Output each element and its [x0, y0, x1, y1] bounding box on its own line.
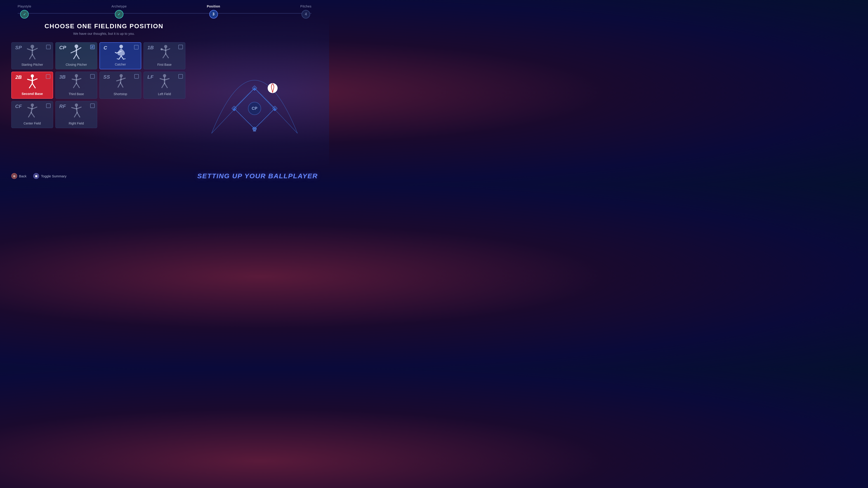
position-name-ss: Shortstop — [114, 92, 127, 96]
svg-line-16 — [123, 59, 125, 59]
pos-code-cf: CF — [15, 103, 22, 109]
position-card-rf[interactable]: RF Right Field — [55, 101, 97, 128]
position-name-lf: Left Field — [158, 92, 171, 96]
svg-line-47 — [164, 78, 169, 80]
position-card-cf[interactable]: CF Center Field — [11, 101, 53, 128]
checkbox-3b — [90, 74, 95, 78]
pos-code-lf: LF — [147, 74, 153, 80]
position-card-2b[interactable]: 2B Second Base — [11, 72, 53, 99]
svg-line-2 — [27, 49, 32, 51]
svg-line-37 — [76, 83, 79, 88]
pos-code-3b: 3B — [59, 74, 66, 80]
position-card-lf[interactable]: LF Left Field — [144, 72, 185, 99]
position-name-3b: Third Base — [69, 92, 84, 96]
position-name-1b: First Base — [157, 63, 172, 66]
svg-line-31 — [32, 84, 35, 88]
position-name-rf: Right Field — [69, 122, 84, 125]
svg-line-57 — [76, 107, 77, 112]
icon-1b — [156, 44, 174, 60]
svg-line-36 — [73, 83, 76, 88]
position-card-sp[interactable]: SP Starting Pitcher — [11, 42, 53, 69]
back-icon: ◎ — [11, 173, 17, 179]
svg-marker-73 — [234, 88, 275, 129]
svg-line-58 — [72, 107, 76, 109]
field-diagram: CP — [191, 23, 318, 149]
svg-line-61 — [77, 112, 80, 117]
svg-line-49 — [164, 83, 167, 88]
svg-line-34 — [72, 79, 76, 80]
svg-line-9 — [76, 48, 81, 51]
step-position-label: Position — [207, 4, 220, 8]
icon-sp — [23, 44, 41, 60]
checkbox-ss — [134, 74, 139, 78]
icon-cf — [23, 103, 41, 119]
checkbox-rf — [90, 103, 95, 108]
pos-code-ss: SS — [103, 74, 110, 80]
position-card-3b[interactable]: 3B Third Base — [55, 72, 97, 99]
step-position-circle: 3 — [209, 10, 218, 19]
svg-line-11 — [76, 54, 79, 59]
svg-line-35 — [76, 78, 81, 80]
svg-line-5 — [32, 55, 35, 59]
svg-line-3 — [32, 48, 37, 51]
toggle-summary-button[interactable]: ▦ Toggle Summary — [33, 173, 66, 179]
svg-line-41 — [121, 78, 125, 79]
bottom-bar: ◎ Back ▦ Toggle Summary SETTING UP YOUR … — [0, 172, 329, 180]
step-archetype-circle: ✓ — [115, 10, 123, 19]
icon-lf — [156, 74, 174, 90]
position-grid: SP Starting Pitcher ✓ CP Closing Pitcher — [11, 42, 197, 128]
main-content: CHOOSE ONE FIELDING POSITION We have our… — [11, 23, 197, 128]
pos-code-rf: RF — [59, 103, 66, 109]
icon-rf — [67, 103, 86, 119]
step-archetype: Archetype ✓ — [112, 4, 127, 19]
progress-bar: Playstyle ✓ Archetype ✓ Position 3 Pitch… — [18, 4, 311, 19]
step-position: Position 3 — [207, 4, 220, 19]
pos-code-c: C — [103, 45, 107, 51]
svg-point-25 — [160, 48, 163, 51]
svg-line-10 — [74, 54, 76, 59]
pos-code-cp: CP — [59, 45, 66, 51]
svg-line-23 — [163, 54, 166, 58]
svg-point-12 — [119, 45, 123, 48]
setting-up-label: SETTING UP YOUR BALLPLAYER — [197, 172, 318, 180]
svg-line-29 — [32, 79, 37, 80]
page-title: CHOOSE ONE FIELDING POSITION — [11, 23, 197, 30]
back-button[interactable]: ◎ Back — [11, 173, 26, 179]
svg-line-46 — [160, 78, 164, 80]
position-card-c[interactable]: C Catcher — [99, 42, 141, 69]
svg-line-4 — [30, 55, 32, 59]
svg-line-54 — [29, 112, 31, 117]
checkbox-cp: ✓ — [90, 45, 95, 49]
svg-line-48 — [162, 83, 164, 88]
svg-line-14 — [121, 56, 123, 59]
icon-cp — [67, 44, 86, 60]
position-name-cf: Center Field — [24, 122, 41, 125]
step-playstyle-label: Playstyle — [18, 4, 31, 8]
checkbox-cf — [46, 103, 51, 108]
toggle-label: Toggle Summary — [41, 174, 66, 178]
svg-line-18 — [115, 53, 117, 53]
checkbox-c — [134, 45, 138, 50]
checkbox-2b — [46, 74, 51, 79]
position-name-c: Catcher — [115, 63, 126, 66]
svg-line-8 — [71, 51, 76, 53]
icon-2b — [23, 74, 41, 90]
checkbox-lf — [178, 74, 183, 78]
step-archetype-label: Archetype — [112, 4, 127, 8]
position-card-cp[interactable]: ✓ CP Closing Pitcher — [55, 42, 97, 69]
step-pitches-label: Pitches — [301, 4, 311, 8]
svg-line-43 — [121, 83, 123, 87]
position-card-ss[interactable]: SS Shortstop — [99, 72, 141, 99]
svg-line-42 — [118, 83, 121, 87]
toggle-icon: ▦ — [33, 173, 39, 179]
svg-line-22 — [166, 49, 170, 51]
step-pitches-circle: 4 — [302, 10, 310, 19]
svg-line-24 — [166, 54, 168, 58]
svg-line-51 — [31, 107, 32, 112]
step-pitches: Pitches 4 — [301, 4, 311, 19]
bottom-left-controls: ◎ Back ▦ Toggle Summary — [11, 173, 66, 179]
back-label: Back — [19, 174, 26, 178]
position-card-1b[interactable]: 1B First Base — [144, 42, 185, 69]
svg-line-28 — [28, 79, 32, 80]
page-subtitle: We have our thoughts, but it is up to yo… — [11, 32, 197, 35]
